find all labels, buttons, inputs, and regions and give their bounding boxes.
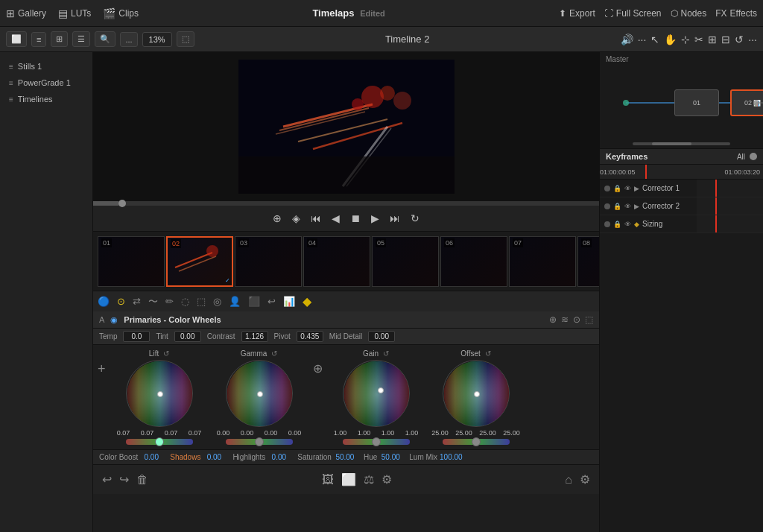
tool-track-icon[interactable]: ◎ <box>213 296 221 307</box>
hand-icon[interactable]: ✋ <box>664 34 677 45</box>
transport-fastfwd-icon[interactable]: ⏭ <box>387 210 402 227</box>
contrast-value[interactable]: 1.126 <box>241 331 268 342</box>
offset-slider[interactable] <box>443 439 510 445</box>
keyframe-add-icon[interactable]: ⊕ <box>549 314 557 325</box>
node-01[interactable]: 01 <box>674 89 719 116</box>
lock-icon[interactable]: 🔒 <box>613 185 621 192</box>
visibility2-icon[interactable]: 👁 <box>624 203 631 210</box>
progress-bar[interactable] <box>93 201 599 206</box>
transport-loop-icon[interactable]: ↻ <box>408 210 422 227</box>
film-clip-06[interactable]: 06 <box>440 236 507 287</box>
gamma-reset-btn[interactable]: ↺ <box>271 349 277 358</box>
hue-value[interactable]: 50.00 <box>379 453 402 461</box>
lock2-icon[interactable]: 🔒 <box>613 203 621 210</box>
lift-wheel[interactable] <box>126 360 193 427</box>
gain-wheel[interactable] <box>343 360 410 427</box>
sizing-expand-icon[interactable]: ◆ <box>634 221 639 228</box>
transport-stop-icon[interactable]: ⏹ <box>348 210 363 227</box>
node-scrollbar[interactable] <box>633 142 730 145</box>
pivot-value[interactable]: 0.435 <box>297 331 323 342</box>
zoom-fit-btn[interactable]: ⬚ <box>177 31 194 47</box>
kf-all-label[interactable]: All <box>737 153 745 161</box>
gamma-slider[interactable] <box>226 439 293 445</box>
transport-sync-icon[interactable]: ⊕ <box>270 210 284 227</box>
tool-blur-icon[interactable]: 👤 <box>229 296 241 307</box>
fullview-icon[interactable]: ⊞ <box>708 34 717 45</box>
tool-stabilize-icon[interactable]: ↩ <box>267 296 276 307</box>
lock3-icon[interactable]: 🔒 <box>613 221 621 228</box>
timeline-icon[interactable]: ⬜ <box>341 472 356 487</box>
saturation-value[interactable]: 50.00 <box>334 453 356 461</box>
more2-icon[interactable]: ··· <box>638 34 647 45</box>
gamma-slider-dot[interactable] <box>255 437 264 446</box>
corrector1-expand-icon[interactable]: ▶ <box>634 185 639 192</box>
panel-waveform-icon[interactable]: ≋ <box>561 314 569 325</box>
viewer-icon[interactable]: 🖼 <box>322 473 334 487</box>
tool-sync-icon[interactable]: ⇄ <box>133 296 141 307</box>
panel-scope-icon[interactable]: ⊙ <box>573 314 580 325</box>
offset-wheel[interactable] <box>443 360 510 427</box>
mid-detail-value[interactable]: 0.00 <box>368 331 395 342</box>
more3-icon[interactable]: ··· <box>748 34 757 45</box>
undo-nav-icon[interactable]: ↺ <box>735 34 744 45</box>
tool-window-icon[interactable]: ⬚ <box>197 296 206 307</box>
blade-icon[interactable]: ✂ <box>694 34 703 45</box>
highlights-value[interactable]: 0.00 <box>267 453 290 461</box>
panel-toggle-btn[interactable]: ⬜ <box>6 31 27 47</box>
nav-gallery[interactable]: ⊞ Gallery <box>6 7 46 19</box>
tool-qualify-icon[interactable]: ◌ <box>181 296 189 307</box>
multicam-icon[interactable]: ⊟ <box>721 34 730 45</box>
transport-layers-icon[interactable]: ◈ <box>290 210 303 227</box>
lum-mix-value[interactable]: 100.00 <box>440 453 463 461</box>
lift-slider-dot[interactable] <box>155 437 164 446</box>
transport-play-icon[interactable]: ▶ <box>369 210 382 227</box>
shadows-value[interactable]: 0.00 <box>203 453 225 461</box>
gain-slider[interactable] <box>343 439 410 445</box>
tool-chart-icon[interactable]: 📊 <box>283 296 295 307</box>
tool-composite-icon[interactable]: ⬛ <box>248 296 260 307</box>
home-btn[interactable]: ⌂ <box>565 473 572 487</box>
select-icon[interactable]: ⊹ <box>681 34 690 45</box>
grid-view-btn[interactable]: ⊞ <box>51 31 68 47</box>
nav-effects[interactable]: FX Effects <box>715 8 757 19</box>
nav-fullscreen[interactable]: ⛶ Full Screen <box>604 8 662 19</box>
tool-circle-icon[interactable]: ⊙ <box>117 296 125 307</box>
undo-btn[interactable]: ↩ <box>102 472 112 487</box>
tool-waveform-icon[interactable]: 〜 <box>148 295 158 308</box>
panel-expand-icon[interactable]: ⬚ <box>585 314 593 325</box>
panel-mode-a-btn[interactable]: A <box>99 315 104 324</box>
film-clip-03[interactable]: 03 <box>235 236 302 287</box>
colorwheel-icon[interactable]: ⚙ <box>382 472 392 487</box>
visibility-icon[interactable]: 👁 <box>624 185 631 192</box>
delete-btn[interactable]: 🗑 <box>136 473 148 487</box>
nav-luts[interactable]: ▤ LUTs <box>58 7 91 19</box>
tool-pencil-icon[interactable]: ✏ <box>165 296 174 307</box>
node-02[interactable]: 02 📊 <box>730 89 763 116</box>
nav-nodes[interactable]: ⬡ Nodes <box>671 8 707 19</box>
mixer-icon[interactable]: ⚖ <box>364 472 374 487</box>
film-clip-08[interactable]: 08 <box>577 236 599 287</box>
list-view-btn[interactable]: ≡ <box>31 32 46 47</box>
film-clip-07[interactable]: 07 <box>509 236 576 287</box>
offset-slider-dot[interactable] <box>472 437 481 446</box>
color-boost-value[interactable]: 0.00 <box>140 453 162 461</box>
nav-export[interactable]: ⬆ Export <box>559 8 595 19</box>
more-btn[interactable]: ... <box>120 32 137 47</box>
tool-eyedropper-icon[interactable]: 🔵 <box>98 296 110 307</box>
audio-icon[interactable]: 🔊 <box>621 34 633 45</box>
search-btn[interactable]: 🔍 <box>95 31 115 47</box>
transport-prev-icon[interactable]: ◀ <box>329 210 342 227</box>
lift-slider[interactable] <box>126 439 193 445</box>
lift-reset-btn[interactable]: ↺ <box>163 349 169 358</box>
gain-reset-btn[interactable]: ↺ <box>383 349 389 358</box>
visibility3-icon[interactable]: 👁 <box>624 221 631 228</box>
add-node-btn[interactable]: + <box>98 349 106 377</box>
film-clip-04[interactable]: 04 <box>303 236 370 287</box>
film-clip-01[interactable]: 01 <box>98 236 165 287</box>
temp-value[interactable]: 0.0 <box>123 331 150 342</box>
progress-indicator[interactable] <box>118 200 126 207</box>
gamma-wheel[interactable] <box>226 360 293 427</box>
film-clip-02[interactable]: 02 ✓ <box>166 236 233 287</box>
corrector2-expand-icon[interactable]: ▶ <box>634 203 639 210</box>
offset-reset-btn[interactable]: ↺ <box>485 349 491 358</box>
